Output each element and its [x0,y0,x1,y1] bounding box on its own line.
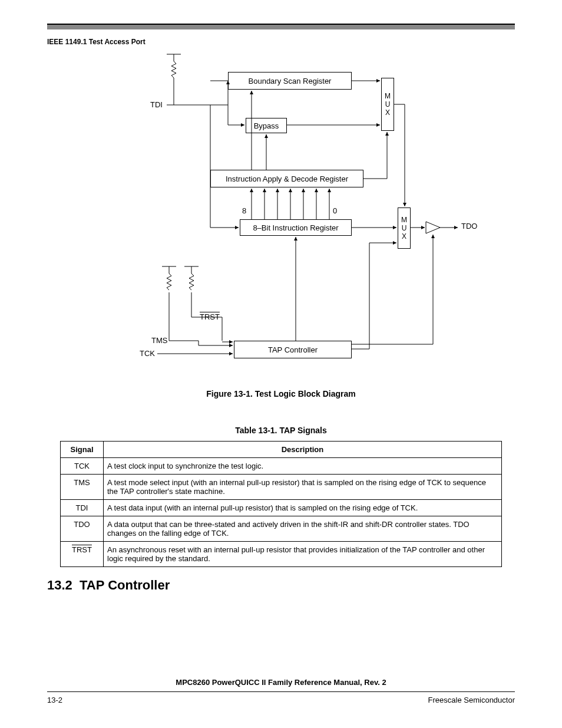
section-title: TAP Controller [80,578,170,592]
figure-caption: Figure 13-1. Test Logic Block Diagram [47,389,515,398]
table-row: TMS A test mode select input (with an in… [61,475,502,500]
table-row: TCK A test clock input to synchronize th… [61,458,502,475]
page: IEEE 1149.1 Test Access Port Boundary Sc… [0,0,562,728]
footer-manual-title: MPC8260 PowerQUICC II Family Reference M… [47,678,515,692]
cell-signal: TCK [61,458,104,475]
footer-page-number: 13-2 [47,696,62,704]
table-row: TDI A test data input (with an internal … [61,500,502,516]
cell-desc: An asynchronous reset with an internal p… [104,542,502,567]
cell-desc: A data output that can be three-stated a… [104,516,502,542]
cell-signal: TDI [61,500,104,516]
figure-test-logic-block-diagram: Boundary Scan Register MUX Bypass Instru… [75,54,487,384]
cell-signal: TRST [61,542,104,567]
cell-desc: A test data input (with an internal pull… [104,500,502,516]
cell-signal: TDO [61,516,104,542]
footer-company: Freescale Semiconductor [428,696,515,704]
th-desc: Description [104,442,502,458]
table-tap-signals: Signal Description TCK A test clock inpu… [60,441,502,567]
page-footer: MPC8260 PowerQUICC II Family Reference M… [47,678,515,704]
cell-signal: TMS [61,475,104,500]
table-row: TRST An asynchronous reset with an inter… [61,542,502,567]
running-header: IEEE 1149.1 Test Access Port [47,38,515,46]
cell-desc: A test mode select input (with an intern… [104,475,502,500]
cell-desc: A test clock input to synchronize the te… [104,458,502,475]
header-rule [47,24,515,29]
th-signal: Signal [61,442,104,458]
section-number: 13.2 [47,578,72,592]
table-caption: Table 13-1. TAP Signals [47,426,515,435]
table-row: TDO A data output that can be three-stat… [61,516,502,542]
section-heading: 13.2 TAP Controller [47,578,515,593]
diagram-connectors-icon [75,54,487,384]
